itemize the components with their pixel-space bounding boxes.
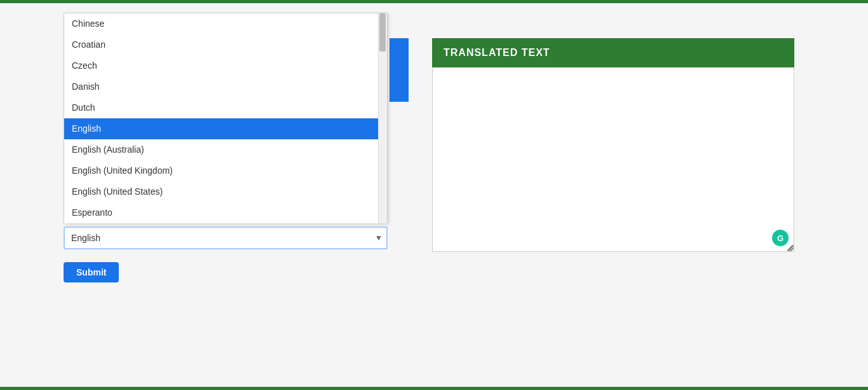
- bottom-bar: [0, 387, 868, 390]
- dropdown-item[interactable]: English (United Kingdom): [64, 160, 387, 181]
- blue-side-button[interactable]: [390, 38, 409, 102]
- dropdown-item[interactable]: Danish: [64, 76, 387, 97]
- right-panel: TRANSLATED TEXT G: [432, 38, 794, 252]
- scrollbar[interactable]: [378, 13, 387, 223]
- dropdown-item[interactable]: Croatian: [64, 34, 387, 55]
- translated-text-area: G: [432, 67, 794, 252]
- dropdown-item[interactable]: Dutch: [64, 97, 387, 118]
- dropdown-item[interactable]: English (United States): [64, 181, 387, 202]
- scrollbar-thumb: [379, 13, 386, 52]
- translated-textarea[interactable]: [433, 67, 794, 251]
- dropdown-list[interactable]: ChineseCroatianCzechDanishDutchEnglishEn…: [64, 13, 388, 223]
- translated-text-header: TRANSLATED TEXT: [432, 38, 794, 67]
- dropdown-list-inner: ChineseCroatianCzechDanishDutchEnglishEn…: [64, 13, 387, 223]
- resize-handle[interactable]: [787, 245, 794, 251]
- dropdown-item[interactable]: Czech: [64, 55, 387, 76]
- main-container: ChineseCroatianCzechDanishDutchEnglishEn…: [64, 13, 817, 377]
- grammarly-icon[interactable]: G: [772, 230, 789, 246]
- dropdown-item[interactable]: English: [64, 118, 387, 139]
- select-wrapper: ▼: [64, 226, 388, 249]
- dropdown-item[interactable]: Esperanto: [64, 202, 387, 223]
- dropdown-item[interactable]: English (Australia): [64, 139, 387, 160]
- submit-button[interactable]: Submit: [64, 262, 119, 282]
- left-panel: ChineseCroatianCzechDanishDutchEnglishEn…: [64, 13, 419, 377]
- dropdown-items-container: ChineseCroatianCzechDanishDutchEnglishEn…: [64, 13, 387, 223]
- dropdown-item[interactable]: Chinese: [64, 13, 387, 34]
- selected-language-input[interactable]: [64, 226, 388, 249]
- top-bar: [0, 0, 868, 3]
